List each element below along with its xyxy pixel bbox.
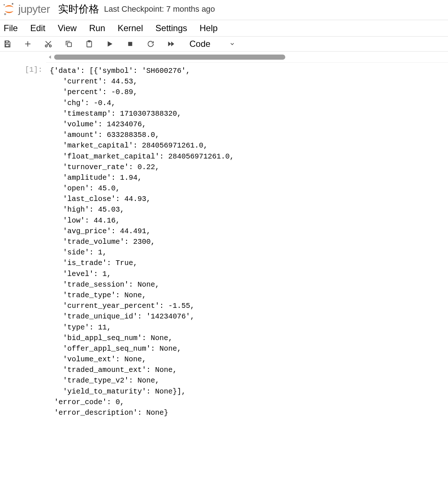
checkpoint-text: Last Checkpoint: 7 months ago bbox=[104, 4, 215, 14]
svg-marker-16 bbox=[171, 42, 174, 46]
menu-view[interactable]: View bbox=[58, 23, 77, 33]
cell-output[interactable]: {'data': [{'symbol': 'SH600276', 'curren… bbox=[46, 66, 448, 418]
svg-point-6 bbox=[45, 45, 48, 47]
fast-forward-button[interactable] bbox=[166, 39, 176, 49]
svg-point-2 bbox=[4, 4, 5, 5]
svg-point-1 bbox=[4, 13, 6, 15]
svg-rect-3 bbox=[5, 44, 9, 46]
work-area bbox=[0, 52, 448, 63]
celltype-selected: Code bbox=[189, 39, 210, 49]
svg-point-7 bbox=[49, 45, 52, 47]
cut-button[interactable] bbox=[43, 39, 53, 49]
run-button[interactable] bbox=[105, 39, 115, 49]
header: jupyter 实时价格 Last Checkpoint: 7 months a… bbox=[0, 0, 448, 20]
restart-button[interactable] bbox=[146, 39, 156, 49]
logo-text: jupyter bbox=[18, 3, 50, 15]
output-cell: [1]: {'data': [{'symbol': 'SH600276', 'c… bbox=[0, 63, 448, 418]
menu-kernel[interactable]: Kernel bbox=[118, 23, 143, 33]
toolbar: Code bbox=[0, 37, 448, 52]
menu-settings[interactable]: Settings bbox=[155, 23, 187, 33]
chevron-down-icon bbox=[229, 39, 235, 49]
menu-file[interactable]: File bbox=[4, 23, 18, 33]
menu-edit[interactable]: Edit bbox=[30, 23, 45, 33]
add-cell-button[interactable] bbox=[23, 39, 33, 49]
logo[interactable]: jupyter bbox=[3, 3, 50, 15]
gutter bbox=[0, 52, 46, 63]
paste-button[interactable] bbox=[84, 39, 94, 49]
notebook-title[interactable]: 实时价格 bbox=[58, 2, 99, 16]
menu-help[interactable]: Help bbox=[200, 23, 218, 33]
scrollbar-track[interactable] bbox=[54, 55, 446, 60]
celltype-select[interactable]: Code bbox=[189, 39, 235, 49]
svg-marker-15 bbox=[168, 42, 171, 46]
cell-prompt: [1]: bbox=[0, 66, 46, 418]
svg-marker-17 bbox=[49, 55, 51, 59]
svg-marker-13 bbox=[108, 41, 113, 47]
svg-rect-10 bbox=[67, 42, 71, 46]
save-button[interactable] bbox=[2, 39, 12, 49]
scrollbar-thumb[interactable] bbox=[54, 55, 285, 60]
svg-point-0 bbox=[12, 3, 13, 4]
menubar: File Edit View Run Kernel Settings Help bbox=[0, 20, 448, 37]
menu-run[interactable]: Run bbox=[89, 23, 105, 33]
horizontal-scrollbar[interactable] bbox=[46, 52, 448, 63]
copy-button[interactable] bbox=[64, 39, 74, 49]
svg-rect-14 bbox=[128, 42, 132, 46]
scroll-left-arrow-icon[interactable] bbox=[46, 55, 54, 60]
jupyter-logo-icon bbox=[3, 3, 15, 15]
stop-button[interactable] bbox=[125, 39, 135, 49]
notebook-column bbox=[46, 52, 448, 63]
